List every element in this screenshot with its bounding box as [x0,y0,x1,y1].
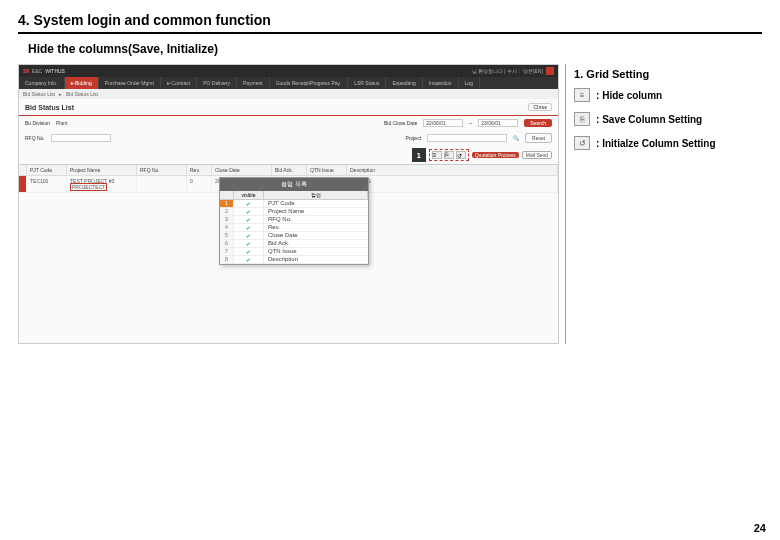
popup-row-number: 8 [220,256,234,263]
popup-row-checkbox[interactable]: ✔ [234,256,264,263]
hide-column-icon[interactable]: ≡ [432,151,442,159]
popup-row-number: 2 [220,208,234,215]
popup-row-checkbox[interactable]: ✔ [234,232,264,239]
filter-division-value[interactable]: Plant [56,120,67,126]
popup-row[interactable]: 7✔QTN Issue [220,248,368,256]
filter-project-label: Project [405,135,421,141]
cell-name-box: PROJECTECT [70,183,107,191]
close-button[interactable]: Close [528,103,552,111]
legend-init-column: ↺ : Initialze Column Setting [574,136,762,150]
popup-row[interactable]: 4✔Rev. [220,224,368,232]
popup-row-label: Project Name [264,208,368,215]
col-name[interactable]: Project Name [67,165,137,175]
nav-ebidding[interactable]: e-Bidding [65,77,99,89]
init-column-legend-icon: ↺ [574,136,590,150]
popup-row-checkbox[interactable]: ✔ [234,200,264,207]
col-rfq[interactable]: RFQ No. [137,165,187,175]
hide-column-legend-icon: ≡ [574,88,590,102]
popup-row[interactable]: 3✔RFQ No. [220,216,368,224]
grid-settings-group: ≡ ⎘ ↺ [429,149,469,161]
popup-row-label: Description [264,256,368,263]
legend-text: : Hide column [596,90,662,101]
nav-log[interactable]: Log [459,77,480,89]
cell-pjt: TEC100 [27,176,67,192]
date-from-input[interactable]: 22/06/01 [423,119,463,127]
quotation-button[interactable]: Quotation Process [472,152,519,158]
col-qtn[interactable]: QTN Issue [307,165,347,175]
welcome-text: 님 환영합니다 | 부서 : [472,68,520,74]
cell-name: TEST PROJECT #3 PROJECTECT [67,176,137,192]
main-nav: Company Info. e-Bidding Purchase Order M… [19,77,558,89]
nav-po-mgmt[interactable]: Purchase Order Mgmt [99,77,161,89]
callout-badge: 1 [412,148,426,162]
grid-header: PJT Code Project Name RFQ No. Rev. Close… [19,165,558,176]
popup-row-checkbox[interactable]: ✔ [234,224,264,231]
save-column-legend-icon: ⎘ [574,112,590,126]
breadcrumb: Bid Status List ▸ Bid Status List [19,89,558,99]
nav-expediting[interactable]: Expediting [386,77,422,89]
page-title: 4. System login and common function [18,12,762,28]
popup-row[interactable]: 8✔Description [220,256,368,264]
popup-row-checkbox[interactable]: ✔ [234,216,264,223]
col-desc[interactable]: Description [347,165,558,175]
popup-row-checkbox[interactable]: ✔ [234,248,264,255]
nav-lsr[interactable]: LSR Status [348,77,386,89]
lang-select[interactable]: 영문(EN) [523,68,543,74]
nav-company-info[interactable]: Company Info. [19,77,65,89]
filter-rfq-label: RFQ No. [25,135,45,141]
popup-row-label: Rev. [264,224,368,231]
col-pjt[interactable]: PJT Code [27,165,67,175]
search-button[interactable]: Search [524,119,552,127]
popup-title: 컬럼 목록 [220,178,368,191]
popup-row-number: 5 [220,232,234,239]
popup-row-checkbox[interactable]: ✔ [234,240,264,247]
project-input[interactable] [427,134,507,142]
legend-sidebar: 1. Grid Setting ≡ : Hide column ⎘ : Save… [565,64,762,344]
col-close[interactable]: Close Date [212,165,272,175]
popup-row[interactable]: 5✔Close Date [220,232,368,240]
brand-suffix: WITHUS [45,68,65,74]
breadcrumb-tab[interactable]: Bid Status List [23,91,55,97]
popup-row-number: 3 [220,216,234,223]
popup-row[interactable]: 2✔Project Name [220,208,368,216]
rfq-input[interactable] [51,134,111,142]
breadcrumb-current: Bid Status List [66,91,98,97]
col-rev[interactable]: Rev. [187,165,212,175]
popup-col-name: 컬럼 [264,191,368,199]
popup-row-number: 1 [220,200,234,207]
nav-po-delivery[interactable]: PO Delivery [197,77,237,89]
reset-button[interactable]: Reset [525,133,552,143]
popup-row-label: Bid Ack. [264,240,368,247]
popup-row[interactable]: 6✔Bid Ack. [220,240,368,248]
app-screenshot: SK E&C WITHUS 님 환영합니다 | 부서 : 영문(EN) Comp… [18,64,559,344]
notification-icon[interactable] [546,67,554,75]
popup-row-checkbox[interactable]: ✔ [234,208,264,215]
legend-text: : Save Column Setting [596,114,702,125]
popup-row-number: 4 [220,224,234,231]
popup-row[interactable]: 1✔PJT Code [220,200,368,208]
legend-text: : Initialze Column Setting [596,138,715,149]
save-column-icon[interactable]: ⎘ [444,151,454,159]
popup-row-label: QTN Issue [264,248,368,255]
date-to-input[interactable]: 23/06/01 [478,119,518,127]
brand-logo: SK [23,68,30,74]
legend-save-column: ⎘ : Save Column Setting [574,112,762,126]
row-flag-icon [19,176,27,192]
nav-econtract[interactable]: e-Contract [161,77,197,89]
col-ack[interactable]: Bid Ack. [272,165,307,175]
column-list-popup: 컬럼 목록 visible 컬럼 1✔PJT Code2✔Project Nam… [219,177,369,265]
filter-division-label: Bu Division [25,120,50,126]
search-icon[interactable]: 🔍 [513,135,519,141]
popup-row-number: 7 [220,248,234,255]
popup-row-label: Close Date [264,232,368,239]
nav-goods-receipt[interactable]: Goods Receipt/Progress Pay. [270,77,349,89]
legend-hide-column: ≡ : Hide column [574,88,762,102]
popup-row-label: RFQ No. [264,216,368,223]
filter-closedate-label: Bid Close Date [384,120,417,126]
mail-send-button[interactable]: Mail Send [522,151,552,159]
cell-rev: 0 [187,176,212,192]
nav-payment[interactable]: Payment [237,77,270,89]
popup-row-label: PJT Code [264,200,368,207]
init-column-icon[interactable]: ↺ [456,151,466,159]
nav-inspection[interactable]: Inspection [423,77,459,89]
